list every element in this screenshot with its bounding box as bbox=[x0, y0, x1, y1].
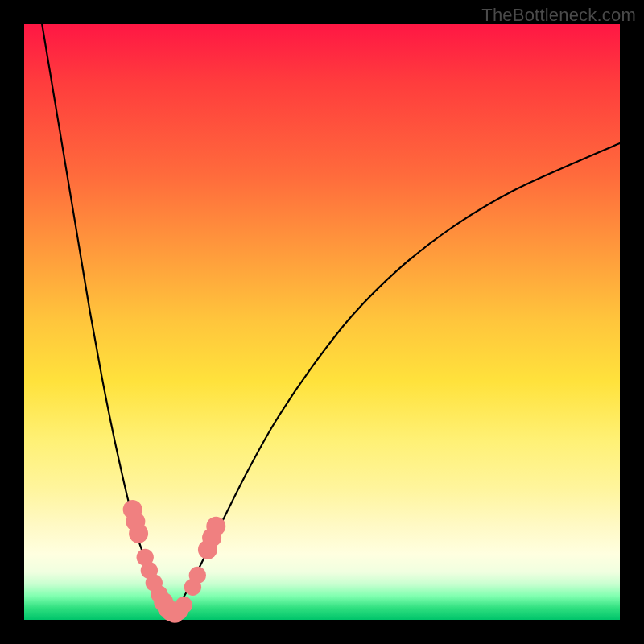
watermark-text: TheBottleneck.com bbox=[481, 5, 636, 26]
chart-svg bbox=[24, 24, 620, 620]
marker-point bbox=[189, 567, 206, 584]
marker-point bbox=[129, 524, 148, 543]
marker-point bbox=[175, 597, 192, 613]
right-curve bbox=[173, 143, 620, 614]
left-curve bbox=[42, 24, 173, 614]
marker-point bbox=[206, 517, 225, 536]
markers-group bbox=[123, 500, 226, 623]
